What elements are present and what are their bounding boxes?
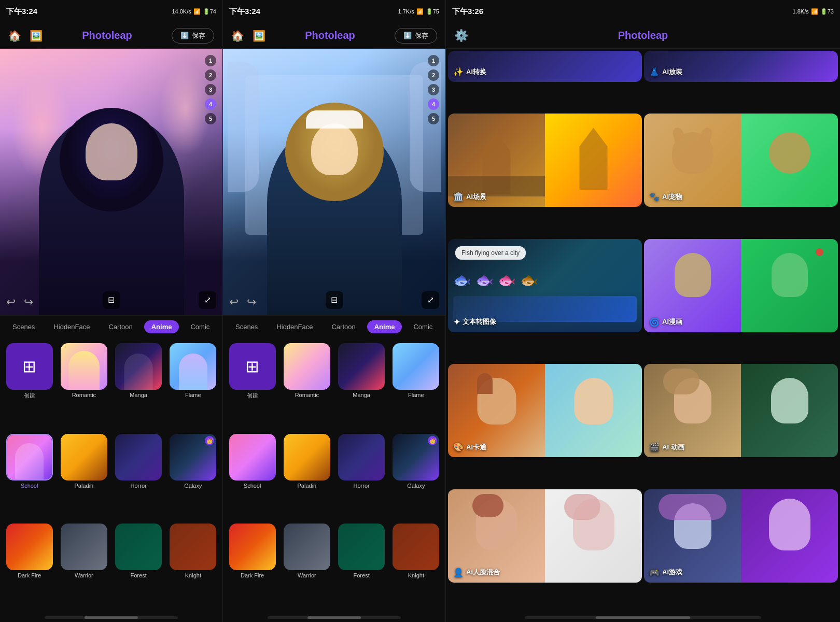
style-paladin-middle[interactable]: Paladin — [282, 434, 332, 519]
tab-cartoon-left[interactable]: Cartoon — [101, 320, 139, 333]
g3-thumb-left — [170, 524, 216, 570]
style-school-left[interactable]: School — [4, 434, 54, 519]
style-horror-middle[interactable]: Horror — [337, 434, 387, 519]
style-school-middle[interactable]: School — [227, 434, 277, 519]
scene-after — [545, 114, 642, 207]
home-icon-left[interactable]: 🏠 — [8, 30, 21, 42]
card-ai-transform[interactable]: ✨ AI转换 — [448, 51, 642, 82]
style-create-left[interactable]: ⊞ 创建 — [4, 343, 54, 430]
card-ai-dress[interactable]: 👗 AI放装 — [644, 51, 838, 82]
undo-button-middle[interactable]: ↩ — [229, 295, 239, 309]
g3-label-left: Knight — [185, 572, 201, 578]
expand-button-left[interactable]: ⤢ — [199, 291, 216, 309]
card-ai-pet[interactable]: 🐾 AI宠物 — [644, 114, 838, 207]
tab-scenes-left[interactable]: Scenes — [5, 320, 42, 333]
status-bar-left: 下午3:24 14.0K/s 📶 🔋74 — [0, 0, 222, 23]
ai-comic-label: 🌀 AI漫画 — [649, 317, 682, 327]
style-galaxy-middle[interactable]: 👑 Galaxy — [391, 434, 441, 519]
step-5-middle[interactable]: 5 — [428, 113, 439, 124]
bottom-bar-right — [525, 616, 761, 619]
tab-scenes-middle[interactable]: Scenes — [228, 320, 265, 333]
horror-label-left: Horror — [131, 483, 147, 489]
ai-anime-label: 🎬 AI 动画 — [649, 442, 684, 452]
tab-comic-left[interactable]: Comic — [183, 320, 217, 333]
style-fire-middle[interactable]: Dark Fire — [227, 524, 277, 609]
step-3-left[interactable]: 3 — [205, 84, 216, 95]
ai-transform-icon: ✨ — [453, 67, 464, 77]
download-icon-left: ⬇️ — [180, 32, 189, 39]
style-g3b-middle[interactable]: Warrior — [282, 524, 332, 609]
step-3-middle[interactable]: 3 — [428, 84, 439, 95]
home-icon-middle[interactable]: 🏠 — [231, 30, 244, 42]
style-g1-left[interactable]: Warrior — [59, 524, 109, 609]
card-ai-anime[interactable]: 🎬 AI 动画 — [644, 364, 838, 457]
redo-button-middle[interactable]: ↪ — [247, 295, 256, 309]
romantic-thumb-left — [61, 343, 107, 390]
style-g2-left[interactable]: Forest — [114, 524, 164, 609]
tabs-bar-middle: Scenes HiddenFace Cartoon Anime Comic — [223, 315, 445, 338]
card-ai-comic[interactable]: 🌀 AI漫画 — [644, 239, 838, 332]
undo-button-left[interactable]: ↩ — [6, 295, 16, 309]
tab-anime-middle[interactable]: Anime — [367, 320, 402, 333]
galaxy-thumb-middle: 👑 — [393, 434, 439, 480]
card-ai-face-mix[interactable]: 👤 AI人脸混合 — [448, 489, 642, 583]
card-ai-text-image[interactable]: Fish flying over a city 🐟 🐟 🐟 🐟 ✦ 文本转图像 — [448, 239, 642, 332]
canvas-split-left[interactable]: ⊟ — [103, 291, 120, 309]
style-horror-left[interactable]: Horror — [114, 434, 164, 519]
card-ai-scene[interactable]: 🏛️ AI场景 — [448, 114, 642, 207]
style-manga-middle[interactable]: Manga — [337, 343, 387, 430]
redo-button-left[interactable]: ↪ — [24, 295, 33, 309]
step-2-left[interactable]: 2 — [205, 69, 216, 81]
style-manga-left[interactable]: Manga — [114, 343, 164, 430]
ai-scene-icon: 🏛️ — [453, 192, 464, 202]
romantic-thumb-middle — [284, 343, 330, 390]
style-flame-left[interactable]: Flame — [168, 343, 218, 430]
step-1-middle[interactable]: 1 — [428, 55, 439, 66]
save-button-left[interactable]: ⬇️ 保存 — [172, 28, 214, 44]
battery-middle: 🔋75 — [426, 8, 439, 15]
prompt-bubble: Fish flying over a city — [455, 246, 526, 260]
step-5-left[interactable]: 5 — [205, 113, 216, 124]
tab-hiddenface-left[interactable]: HiddenFace — [46, 320, 97, 333]
ai-scene-label: 🏛️ AI场景 — [453, 192, 486, 202]
ai-face-mix-label: 👤 AI人脸混合 — [453, 568, 500, 577]
photo-icon-middle[interactable]: 🖼️ — [253, 30, 265, 42]
style-fire-left[interactable]: Dark Fire — [4, 524, 54, 609]
step-4-left[interactable]: 4 — [205, 98, 216, 110]
create-label-left: 创建 — [24, 392, 35, 400]
step-2-middle[interactable]: 2 — [428, 69, 439, 81]
ai-comic-icon: 🌀 — [649, 317, 660, 327]
style-romantic-left[interactable]: Romantic — [59, 343, 109, 430]
step-1-left[interactable]: 1 — [205, 55, 216, 66]
ai-face-mix-icon: 👤 — [453, 568, 464, 577]
flame-label-left: Flame — [185, 392, 201, 398]
ai-cartoon-label: 🎨 AI卡通 — [453, 442, 486, 452]
nav-bar-right: ⚙️ Photoleap — [446, 23, 840, 49]
tab-anime-left[interactable]: Anime — [144, 320, 179, 333]
image-area-middle: 1 2 3 4 5 ⤢ ↩ ↪ ⊟ — [223, 49, 445, 315]
style-romantic-middle[interactable]: Romantic — [282, 343, 332, 430]
gear-icon-right[interactable]: ⚙️ — [454, 29, 468, 43]
tab-hiddenface-middle[interactable]: HiddenFace — [269, 320, 320, 333]
style-g5-middle[interactable]: Knight — [391, 524, 441, 609]
style-galaxy-left[interactable]: 👑 Galaxy — [168, 434, 218, 519]
face-mix-after — [545, 489, 642, 583]
tab-comic-middle[interactable]: Comic — [406, 320, 440, 333]
style-create-middle[interactable]: ⊞ 创建 — [227, 343, 277, 430]
style-paladin-left[interactable]: Paladin — [59, 434, 109, 519]
save-button-middle[interactable]: ⬇️ 保存 — [395, 28, 437, 44]
style-flame-middle[interactable]: Flame — [391, 343, 441, 430]
tab-cartoon-middle[interactable]: Cartoon — [324, 320, 362, 333]
photo-icon-left[interactable]: 🖼️ — [30, 30, 43, 42]
network-left: 14.0K/s — [172, 8, 191, 15]
ai-anime-icon: 🎬 — [649, 442, 660, 452]
expand-button-middle[interactable]: ⤢ — [422, 291, 439, 309]
card-ai-cartoon[interactable]: 🎨 AI卡通 — [448, 364, 642, 457]
nav-middle-icons: 🏠 🖼️ — [231, 30, 265, 42]
style-g3-left[interactable]: Knight — [168, 524, 218, 609]
canvas-split-middle[interactable]: ⊟ — [326, 291, 343, 309]
card-ai-game[interactable]: 🎮 AI游戏 — [644, 489, 838, 583]
g2-label-left: Forest — [131, 572, 147, 578]
step-4-middle[interactable]: 4 — [428, 98, 439, 110]
style-g4-middle[interactable]: Forest — [337, 524, 387, 609]
